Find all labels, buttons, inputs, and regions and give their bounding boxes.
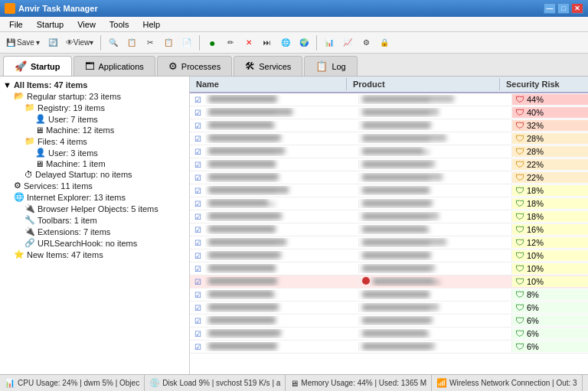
table-row[interactable]: ☑xxxxxxxxxxxxxxxxxxxxxxxxxxxxxxxx🛡8% bbox=[190, 288, 588, 301]
close-button[interactable]: ✕ bbox=[571, 3, 583, 14]
row-checkbox-3[interactable]: ☑ bbox=[190, 135, 205, 143]
toolbar-btn-7[interactable]: ✏ bbox=[222, 34, 239, 51]
row-checkbox-0[interactable]: ☑ bbox=[190, 96, 205, 104]
tree-item-label-13: Extensions: 7 items bbox=[38, 227, 110, 236]
toolbar: 💾 Save ▾ 🔄 👁 View ▾ 🔍 📋 ✂ 📋 📄 ● ✏ ✕ ⏭ 🌐 … bbox=[0, 32, 588, 54]
table-row[interactable]: ☑xxxxxxxxxxxxxxxxxxxxxxxxxxxxxxxx🛡22% bbox=[190, 171, 588, 184]
tree-item-icon-3: 👤 bbox=[35, 114, 46, 124]
table-row[interactable]: ☑xxxxxxxxxxxxxxxxxxxxxxxxxxxxxxxx🛡18% bbox=[190, 184, 588, 197]
tree-item-5[interactable]: 📁Files: 4 items bbox=[0, 135, 189, 147]
tree-item-3[interactable]: 👤User: 7 items bbox=[0, 113, 189, 125]
row-checkbox-16[interactable]: ☑ bbox=[190, 304, 205, 312]
row-product-15: xxxxxxxxxxxxxxxx bbox=[358, 290, 511, 299]
row-checkbox-12[interactable]: ☑ bbox=[190, 252, 205, 260]
shield-icon-1: 🛡 bbox=[515, 107, 524, 118]
table-row[interactable]: ☑xxxxxxxxxxxxxxxxxxxxxxxxxxxxxxxx🛡6% bbox=[190, 301, 588, 314]
toolbar-separator-2 bbox=[199, 35, 200, 51]
maximize-button[interactable]: □ bbox=[557, 3, 570, 14]
tree-item-7[interactable]: 🖥Machine: 1 item bbox=[0, 158, 189, 169]
menu-view[interactable]: View bbox=[71, 18, 102, 31]
tree-item-label-11: Browser Helper Objects: 5 items bbox=[38, 204, 158, 213]
menu-file[interactable]: File bbox=[3, 18, 29, 31]
search-button[interactable]: 🔍 bbox=[105, 34, 122, 51]
table-row[interactable]: ☑xxxxxxxxxxxxxxxxxxxxxxxxxxxxxxxx🛡10% bbox=[190, 249, 588, 262]
menu-tools[interactable]: Tools bbox=[103, 18, 136, 31]
table-row[interactable]: ☑xxxxxxxxxxxxxxxxxxxxxxxxxxxxxxxx🛡6% bbox=[190, 314, 588, 327]
table-row[interactable]: ☑xxxxxxxxxxxxxxxxxxxxxxxxxxxxxxxx🛡22% bbox=[190, 158, 588, 171]
menu-help[interactable]: Help bbox=[137, 18, 167, 31]
tree-item-9[interactable]: ⚙Services: 11 items bbox=[0, 180, 189, 191]
row-checkbox-11[interactable]: ☑ bbox=[190, 239, 205, 247]
row-checkbox-13[interactable]: ☑ bbox=[190, 265, 205, 273]
save-button[interactable]: 💾 Save ▾ bbox=[3, 34, 43, 51]
row-checkbox-4[interactable]: ☑ bbox=[190, 148, 205, 156]
table-row[interactable]: ☑xxxxxxxxxxxxxxxxxxxxxxxxxxxxxxxx🛡6% bbox=[190, 327, 588, 340]
toolbar-btn-11[interactable]: 🌍 bbox=[296, 34, 312, 51]
toolbar-btn-3[interactable]: ✂ bbox=[142, 34, 158, 51]
tree-item-15[interactable]: ⭐New Items: 47 items bbox=[0, 249, 189, 260]
toolbar-btn-8[interactable]: ✕ bbox=[240, 34, 257, 51]
table-row[interactable]: ☑xxxxxxxxxxxxxxxxxxxxxxxxxxxxxxxx🛡28% bbox=[190, 132, 588, 145]
row-checkbox-7[interactable]: ☑ bbox=[190, 187, 205, 195]
row-checkbox-2[interactable]: ☑ bbox=[190, 122, 205, 130]
menu-startup[interactable]: Startup bbox=[31, 18, 70, 31]
toolbar-btn-10[interactable]: 🌐 bbox=[277, 34, 294, 51]
tree-item-13[interactable]: 🔌Extensions: 7 items bbox=[0, 226, 189, 237]
toolbar-btn-14[interactable]: ⚙ bbox=[358, 34, 374, 51]
table-row[interactable]: ☑xxxxxxxxxxxxxxxxxxxxxxxxxxxxxxxx🛡6% bbox=[190, 340, 588, 354]
row-checkbox-8[interactable]: ☑ bbox=[190, 200, 205, 208]
toolbar-btn-15[interactable]: 🔒 bbox=[376, 34, 393, 51]
row-checkbox-17[interactable]: ☑ bbox=[190, 317, 205, 325]
row-checkbox-1[interactable]: ☑ bbox=[190, 109, 205, 117]
row-product-2: xxxxxxxxxxxxxxxx bbox=[358, 121, 511, 130]
tree-item-11[interactable]: 🔌Browser Helper Objects: 5 items bbox=[0, 203, 189, 214]
toolbar-btn-12[interactable]: 📊 bbox=[321, 34, 338, 51]
row-checkbox-15[interactable]: ☑ bbox=[190, 291, 205, 299]
shield-icon-5: 🛡 bbox=[515, 159, 524, 170]
tree-item-label-7: Machine: 1 item bbox=[46, 159, 106, 168]
table-panel: Name Product Security Risk ☑xxxxxxxxxxxx… bbox=[190, 77, 588, 374]
table-body[interactable]: ☑xxxxxxxxxxxxxxxxxxxxxxxxxxxxxxxx🛡44%☑xx… bbox=[190, 93, 588, 374]
tree-item-8[interactable]: ⏱Delayed Startup: no items bbox=[0, 169, 189, 180]
security-value-3: 28% bbox=[527, 134, 544, 143]
tree-item-10[interactable]: 🌐Internet Explorer: 13 items bbox=[0, 191, 189, 203]
table-row[interactable]: ☑xxxxxxxxxxxxxxxxxxxxxxxxxxxxxxxx🛡16% bbox=[190, 223, 588, 236]
minimize-button[interactable]: — bbox=[544, 3, 556, 14]
row-checkbox-6[interactable]: ☑ bbox=[190, 174, 205, 182]
row-checkbox-14[interactable]: ☑ bbox=[190, 278, 205, 286]
tab-applications[interactable]: 🗔 Applications bbox=[74, 56, 155, 76]
table-row[interactable]: ☑xxxxxxxxxxxxxxxxxxxxxxxxxxxxxxxx🛡10% bbox=[190, 262, 588, 275]
table-row[interactable]: ☑xxxxxxxxxxxxxxxxxxxxxxxxxxxxxxxx🛡18% bbox=[190, 197, 588, 210]
row-checkbox-19[interactable]: ☑ bbox=[190, 343, 205, 351]
tree-item-14[interactable]: 🔗URLSearchHook: no items bbox=[0, 237, 189, 249]
row-checkbox-9[interactable]: ☑ bbox=[190, 213, 205, 221]
tab-services[interactable]: 🛠 Services bbox=[234, 56, 302, 76]
table-row[interactable]: ☑xxxxxxxxxxxxxxxxxxxxxxxxxxxxxxxx🛡28% bbox=[190, 145, 588, 158]
toolbar-btn-4[interactable]: 📋 bbox=[160, 34, 177, 51]
table-row[interactable]: ☑xxxxxxxxxxxxxxxxxxxxxxxxxxxxxxxx🛡18% bbox=[190, 210, 588, 223]
tree-item-12[interactable]: 🔧Toolbars: 1 item bbox=[0, 214, 189, 226]
row-checkbox-18[interactable]: ☑ bbox=[190, 330, 205, 338]
table-row[interactable]: ☑xxxxxxxxxxxxxxxxxxxxxxxxxxxxxxxx🛡40% bbox=[190, 106, 588, 119]
tree-item-1[interactable]: 📂Regular startup: 23 items bbox=[0, 90, 189, 102]
refresh-button[interactable]: 🔄 bbox=[44, 34, 61, 51]
row-checkbox-10[interactable]: ☑ bbox=[190, 226, 205, 234]
tab-processes[interactable]: ⚙ Processes bbox=[157, 56, 232, 76]
tree-item-0[interactable]: ▼ All Items: 47 items bbox=[0, 80, 189, 90]
tab-log[interactable]: 📋 Log bbox=[304, 56, 357, 76]
tab-startup[interactable]: 🚀 Startup bbox=[3, 56, 72, 76]
toolbar-btn-5[interactable]: 📄 bbox=[178, 34, 195, 51]
table-row[interactable]: ☑xxxxxxxxxxxxxxxxxxxxxxxxxxxxxxxx🛡10% bbox=[190, 275, 588, 288]
toolbar-btn-13[interactable]: 📈 bbox=[339, 34, 356, 51]
tree-item-4[interactable]: 🖥Machine: 12 items bbox=[0, 125, 189, 135]
toolbar-btn-2[interactable]: 📋 bbox=[123, 34, 140, 51]
tree-item-2[interactable]: 📁Registry: 19 items bbox=[0, 102, 189, 113]
table-row[interactable]: ☑xxxxxxxxxxxxxxxxxxxxxxxxxxxxxxxx🛡44% bbox=[190, 93, 588, 106]
row-checkbox-5[interactable]: ☑ bbox=[190, 161, 205, 169]
toolbar-btn-6[interactable]: ● bbox=[204, 34, 220, 51]
table-row[interactable]: ☑xxxxxxxxxxxxxxxxxxxxxxxxxxxxxxxx🛡12% bbox=[190, 236, 588, 249]
tree-item-6[interactable]: 👤User: 3 items bbox=[0, 147, 189, 158]
table-row[interactable]: ☑xxxxxxxxxxxxxxxxxxxxxxxxxxxxxxxx🛡32% bbox=[190, 119, 588, 132]
view-button[interactable]: 👁 View ▾ bbox=[63, 34, 97, 51]
toolbar-btn-9[interactable]: ⏭ bbox=[259, 34, 276, 51]
